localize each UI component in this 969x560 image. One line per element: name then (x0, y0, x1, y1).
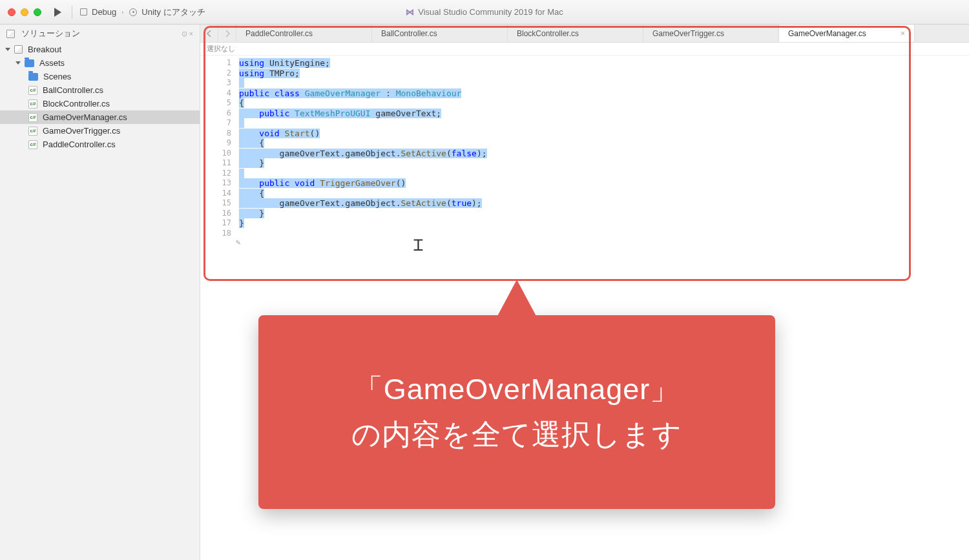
pin-icon[interactable]: ⊙ × (182, 30, 193, 38)
folder-icon (25, 59, 34, 67)
file-label: BallController.cs (43, 85, 103, 95)
tab-label: PaddleController.cs (245, 29, 313, 38)
separator (72, 6, 72, 19)
pencil-icon: ✎ (236, 238, 240, 247)
tab-gameovertrigger[interactable]: GameOverTrigger.cs (643, 25, 779, 42)
folder-label: Assets (39, 58, 65, 68)
nav-forward-button[interactable] (218, 25, 236, 42)
tab-bar: PaddleController.cs BallController.cs Bl… (200, 25, 969, 43)
solution-sidebar: ソリューション ⊙ × Breakout Assets Scenes c# Ba… (0, 25, 200, 560)
tree-file-gameovertrigger[interactable]: c# GameOverTrigger.cs (0, 124, 200, 138)
breadcrumb[interactable]: 選択なし (200, 43, 969, 56)
disclosure-icon[interactable] (5, 48, 10, 51)
tab-label: BallController.cs (381, 29, 437, 38)
panel-title: ソリューション (21, 28, 80, 39)
run-button[interactable] (54, 8, 61, 17)
disclosure-icon[interactable] (16, 61, 21, 65)
tree-folder-scenes[interactable]: Scenes (0, 70, 200, 83)
zoom-window-button[interactable] (34, 8, 41, 16)
breadcrumb-text: 選択なし (207, 44, 235, 54)
tree-root[interactable]: Breakout (0, 43, 200, 56)
tree-file-ball[interactable]: c# BallController.cs (0, 83, 200, 97)
annotation-callout: 「GameOverManager」 の内容を全て選択します (258, 315, 775, 509)
panel-header: ソリューション ⊙ × (0, 25, 200, 43)
tree-folder-assets[interactable]: Assets (0, 56, 200, 70)
tab-paddle[interactable]: PaddleController.cs (236, 25, 372, 42)
tab-gameovermanager[interactable]: GameOverManager.cs× (779, 25, 915, 42)
titlebar: Debug › Unity にアタッチ ⋈ Visual Studio Comm… (0, 0, 969, 25)
run-config[interactable]: Debug › Unity にアタッチ (79, 6, 205, 18)
vs-logo-icon: ⋈ (406, 7, 414, 17)
config-label: Debug (92, 7, 116, 17)
tree-file-block[interactable]: c# BlockController.cs (0, 97, 200, 110)
file-label: GameOverTrigger.cs (43, 126, 120, 136)
csharp-file-icon: c# (28, 99, 37, 109)
file-label: BlockController.cs (43, 99, 110, 109)
chevron-right-icon: › (121, 9, 123, 16)
file-label: PaddleController.cs (43, 140, 116, 149)
attach-label: Unity にアタッチ (141, 6, 205, 18)
device-icon (80, 8, 87, 16)
callout-text: 「GameOverManager」 の内容を全て選択します (351, 367, 682, 457)
tab-label: BlockController.cs (517, 29, 579, 38)
solution-icon (6, 30, 15, 38)
window-title: ⋈ Visual Studio Community 2019 for Mac (406, 7, 563, 17)
minimize-window-button[interactable] (21, 8, 28, 16)
close-window-button[interactable] (8, 8, 16, 16)
tab-block[interactable]: BlockController.cs (508, 25, 643, 42)
folder-label: Scenes (43, 72, 71, 81)
unity-icon (129, 8, 137, 16)
csharp-file-icon: c# (28, 140, 37, 149)
nav-back-button[interactable] (200, 25, 218, 42)
tab-label: GameOverTrigger.cs (652, 29, 724, 38)
solution-tree: Breakout Assets Scenes c# BallController… (0, 43, 200, 151)
tab-ball[interactable]: BallController.cs (372, 25, 508, 42)
root-label: Breakout (28, 45, 61, 54)
tree-file-paddle[interactable]: c# PaddleController.cs (0, 138, 200, 151)
file-label: GameOverManager.cs (43, 112, 127, 122)
csharp-file-icon: c# (28, 127, 37, 136)
folder-icon (28, 73, 38, 81)
csharp-file-icon: c# (28, 113, 37, 122)
text-cursor-icon: Ꮖ (413, 236, 424, 254)
project-icon (14, 45, 23, 54)
tree-file-gameovermanager[interactable]: c# GameOverManager.cs (0, 110, 200, 124)
close-tab-icon[interactable]: × (901, 29, 905, 38)
csharp-file-icon: c# (28, 86, 37, 95)
line-gutter: 123 456 789 101112 131415 161718 (200, 56, 239, 560)
tab-label: GameOverManager.cs (788, 29, 866, 38)
window-title-text: Visual Studio Community 2019 for Mac (418, 7, 563, 17)
window-controls (8, 8, 41, 16)
